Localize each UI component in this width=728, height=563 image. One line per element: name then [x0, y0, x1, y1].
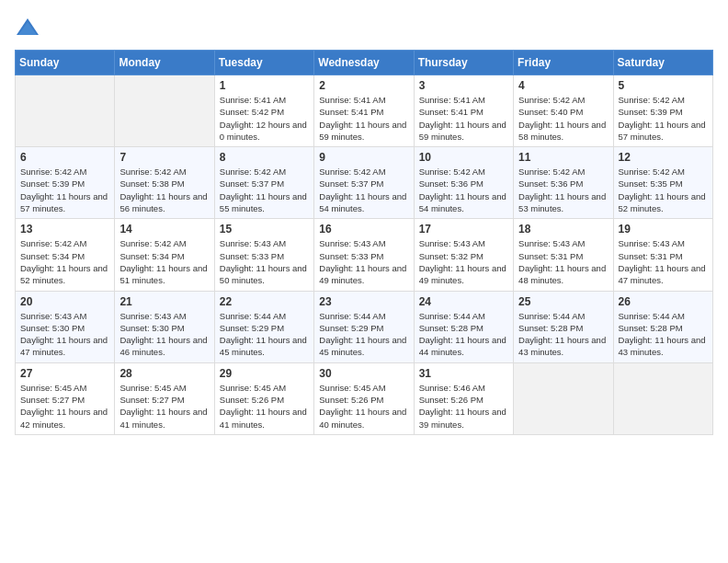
day-number: 28: [119, 367, 209, 380]
day-info: Sunrise: 5:42 AM Sunset: 5:39 PM Dayligh…: [20, 166, 109, 214]
day-info: Sunrise: 5:43 AM Sunset: 5:33 PM Dayligh…: [220, 237, 309, 286]
day-info: Sunrise: 5:45 AM Sunset: 5:27 PM Dayligh…: [20, 382, 109, 431]
day-number: 17: [419, 223, 508, 236]
calendar-day-cell: 1Sunrise: 5:41 AM Sunset: 5:42 PM Daylig…: [214, 75, 313, 147]
calendar-day-cell: [115, 75, 214, 147]
day-info: Sunrise: 5:44 AM Sunset: 5:28 PM Dayligh…: [419, 310, 508, 359]
day-info: Sunrise: 5:42 AM Sunset: 5:36 PM Dayligh…: [518, 166, 608, 214]
calendar-day-cell: 8Sunrise: 5:42 AM Sunset: 5:37 PM Daylig…: [214, 147, 313, 219]
day-number: 20: [20, 295, 109, 308]
day-number: 4: [518, 79, 608, 92]
logo-icon: [15, 15, 40, 40]
calendar-day-cell: 5Sunrise: 5:42 AM Sunset: 5:39 PM Daylig…: [613, 75, 712, 147]
day-number: 3: [419, 79, 508, 92]
weekday-header: Saturday: [613, 51, 712, 75]
day-info: Sunrise: 5:46 AM Sunset: 5:26 PM Dayligh…: [419, 382, 508, 431]
calendar-day-cell: 19Sunrise: 5:43 AM Sunset: 5:31 PM Dayli…: [613, 219, 712, 291]
day-info: Sunrise: 5:45 AM Sunset: 5:27 PM Dayligh…: [119, 382, 209, 431]
day-info: Sunrise: 5:44 AM Sunset: 5:29 PM Dayligh…: [319, 310, 408, 359]
calendar-day-cell: 25Sunrise: 5:44 AM Sunset: 5:28 PM Dayli…: [514, 291, 613, 362]
day-info: Sunrise: 5:42 AM Sunset: 5:38 PM Dayligh…: [119, 166, 209, 214]
calendar-day-cell: 6Sunrise: 5:42 AM Sunset: 5:39 PM Daylig…: [16, 147, 115, 219]
calendar-day-cell: 16Sunrise: 5:43 AM Sunset: 5:33 PM Dayli…: [314, 219, 414, 291]
day-number: 7: [119, 151, 209, 164]
weekday-header: Sunday: [16, 51, 115, 75]
day-number: 1: [220, 79, 309, 92]
day-info: Sunrise: 5:42 AM Sunset: 5:34 PM Dayligh…: [20, 237, 109, 286]
calendar-day-cell: 10Sunrise: 5:42 AM Sunset: 5:36 PM Dayli…: [414, 147, 513, 219]
day-info: Sunrise: 5:45 AM Sunset: 5:26 PM Dayligh…: [220, 382, 309, 431]
calendar-day-cell: 27Sunrise: 5:45 AM Sunset: 5:27 PM Dayli…: [16, 362, 115, 434]
day-info: Sunrise: 5:42 AM Sunset: 5:39 PM Dayligh…: [619, 94, 708, 143]
calendar-day-cell: 26Sunrise: 5:44 AM Sunset: 5:28 PM Dayli…: [613, 291, 712, 362]
day-info: Sunrise: 5:43 AM Sunset: 5:32 PM Dayligh…: [419, 237, 508, 286]
weekday-header-row: SundayMondayTuesdayWednesdayThursdayFrid…: [16, 51, 713, 75]
calendar-day-cell: 18Sunrise: 5:43 AM Sunset: 5:31 PM Dayli…: [514, 219, 613, 291]
day-number: 25: [518, 295, 608, 308]
logo: [15, 15, 44, 40]
calendar: SundayMondayTuesdayWednesdayThursdayFrid…: [15, 50, 713, 435]
day-info: Sunrise: 5:42 AM Sunset: 5:37 PM Dayligh…: [319, 166, 408, 214]
calendar-day-cell: 31Sunrise: 5:46 AM Sunset: 5:26 PM Dayli…: [414, 362, 513, 434]
calendar-day-cell: 3Sunrise: 5:41 AM Sunset: 5:41 PM Daylig…: [414, 75, 513, 147]
day-info: Sunrise: 5:44 AM Sunset: 5:29 PM Dayligh…: [220, 310, 309, 359]
calendar-day-cell: [613, 362, 712, 434]
day-info: Sunrise: 5:43 AM Sunset: 5:30 PM Dayligh…: [20, 310, 109, 359]
day-info: Sunrise: 5:45 AM Sunset: 5:26 PM Dayligh…: [319, 382, 408, 431]
calendar-day-cell: 20Sunrise: 5:43 AM Sunset: 5:30 PM Dayli…: [16, 291, 115, 362]
day-info: Sunrise: 5:42 AM Sunset: 5:34 PM Dayligh…: [119, 237, 209, 286]
day-info: Sunrise: 5:44 AM Sunset: 5:28 PM Dayligh…: [619, 310, 708, 359]
calendar-day-cell: 23Sunrise: 5:44 AM Sunset: 5:29 PM Dayli…: [314, 291, 414, 362]
day-info: Sunrise: 5:42 AM Sunset: 5:36 PM Dayligh…: [419, 166, 508, 214]
day-number: 19: [619, 223, 708, 236]
day-info: Sunrise: 5:41 AM Sunset: 5:41 PM Dayligh…: [319, 94, 408, 143]
day-number: 22: [220, 295, 309, 308]
day-number: 23: [319, 295, 408, 308]
day-number: 29: [220, 367, 309, 380]
calendar-day-cell: 17Sunrise: 5:43 AM Sunset: 5:32 PM Dayli…: [414, 219, 513, 291]
calendar-day-cell: 28Sunrise: 5:45 AM Sunset: 5:27 PM Dayli…: [115, 362, 214, 434]
calendar-day-cell: 2Sunrise: 5:41 AM Sunset: 5:41 PM Daylig…: [314, 75, 414, 147]
day-number: 26: [619, 295, 708, 308]
calendar-day-cell: 29Sunrise: 5:45 AM Sunset: 5:26 PM Dayli…: [214, 362, 313, 434]
day-info: Sunrise: 5:42 AM Sunset: 5:35 PM Dayligh…: [619, 166, 708, 214]
calendar-day-cell: 9Sunrise: 5:42 AM Sunset: 5:37 PM Daylig…: [314, 147, 414, 219]
day-info: Sunrise: 5:42 AM Sunset: 5:40 PM Dayligh…: [518, 94, 608, 143]
day-info: Sunrise: 5:42 AM Sunset: 5:37 PM Dayligh…: [220, 166, 309, 214]
calendar-day-cell: 30Sunrise: 5:45 AM Sunset: 5:26 PM Dayli…: [314, 362, 414, 434]
day-number: 27: [20, 367, 109, 380]
calendar-day-cell: 4Sunrise: 5:42 AM Sunset: 5:40 PM Daylig…: [514, 75, 613, 147]
calendar-day-cell: 12Sunrise: 5:42 AM Sunset: 5:35 PM Dayli…: [613, 147, 712, 219]
day-number: 15: [220, 223, 309, 236]
calendar-day-cell: [514, 362, 613, 434]
day-number: 2: [319, 79, 408, 92]
day-info: Sunrise: 5:43 AM Sunset: 5:31 PM Dayligh…: [518, 237, 608, 286]
weekday-header: Friday: [514, 51, 613, 75]
day-number: 18: [518, 223, 608, 236]
day-info: Sunrise: 5:43 AM Sunset: 5:33 PM Dayligh…: [319, 237, 408, 286]
weekday-header: Wednesday: [314, 51, 414, 75]
day-number: 11: [518, 151, 608, 164]
calendar-week-row: 1Sunrise: 5:41 AM Sunset: 5:42 PM Daylig…: [16, 75, 713, 147]
day-number: 14: [119, 223, 209, 236]
calendar-week-row: 20Sunrise: 5:43 AM Sunset: 5:30 PM Dayli…: [16, 291, 713, 362]
day-info: Sunrise: 5:43 AM Sunset: 5:30 PM Dayligh…: [119, 310, 209, 359]
calendar-week-row: 27Sunrise: 5:45 AM Sunset: 5:27 PM Dayli…: [16, 362, 713, 434]
day-info: Sunrise: 5:41 AM Sunset: 5:42 PM Dayligh…: [220, 94, 309, 143]
day-info: Sunrise: 5:44 AM Sunset: 5:28 PM Dayligh…: [518, 310, 608, 359]
page-header: [15, 15, 713, 40]
calendar-day-cell: 21Sunrise: 5:43 AM Sunset: 5:30 PM Dayli…: [115, 291, 214, 362]
calendar-day-cell: 22Sunrise: 5:44 AM Sunset: 5:29 PM Dayli…: [214, 291, 313, 362]
day-number: 8: [220, 151, 309, 164]
calendar-day-cell: [16, 75, 115, 147]
day-number: 6: [20, 151, 109, 164]
weekday-header: Tuesday: [214, 51, 313, 75]
day-number: 21: [119, 295, 209, 308]
day-number: 13: [20, 223, 109, 236]
day-number: 10: [419, 151, 508, 164]
calendar-day-cell: 13Sunrise: 5:42 AM Sunset: 5:34 PM Dayli…: [16, 219, 115, 291]
calendar-day-cell: 7Sunrise: 5:42 AM Sunset: 5:38 PM Daylig…: [115, 147, 214, 219]
day-info: Sunrise: 5:41 AM Sunset: 5:41 PM Dayligh…: [419, 94, 508, 143]
day-info: Sunrise: 5:43 AM Sunset: 5:31 PM Dayligh…: [619, 237, 708, 286]
weekday-header: Thursday: [414, 51, 513, 75]
